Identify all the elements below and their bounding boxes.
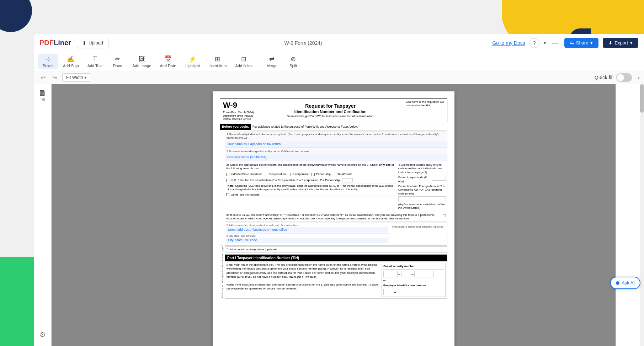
cb-s-corp-box[interactable] bbox=[288, 173, 291, 176]
w9-line1: 1 Name of entity/individual. An entry is… bbox=[225, 132, 447, 148]
split-tool[interactable]: ⊘ Split bbox=[283, 54, 303, 69]
highlight-icon: ⚡ bbox=[188, 55, 196, 63]
w9-line1-input[interactable]: Your name as it appears on tax return bbox=[225, 141, 447, 148]
secondary-toolbar-arrow[interactable]: › bbox=[638, 74, 640, 81]
cb-partnership-label: Partnership bbox=[316, 172, 331, 176]
highlight-tool[interactable]: ⚡ Highlight bbox=[181, 54, 203, 69]
add-fields-tool[interactable]: ⊟ Add fields bbox=[232, 54, 256, 69]
w9-requesters-input[interactable] bbox=[391, 230, 446, 244]
add-text-tool[interactable]: T Add Text bbox=[84, 54, 106, 69]
help-button[interactable]: ? bbox=[529, 38, 539, 48]
w9-3a-checkboxes: Individual/sole proprietor C corporation… bbox=[226, 172, 396, 177]
insert-item-tool[interactable]: ⊞ Insert item bbox=[205, 54, 230, 69]
add-image-tool[interactable]: 🖼 Add Image bbox=[129, 54, 155, 69]
other-input[interactable] bbox=[262, 193, 396, 197]
goto-docs-button[interactable]: Go to my Docs bbox=[492, 40, 525, 46]
header-right: Go to my Docs ? ▾ — ⇆ Share ▾ ⬇ Export ▾ bbox=[492, 38, 638, 48]
ein-box-1[interactable] bbox=[383, 289, 393, 295]
cb-trust-label: Trust/estate bbox=[337, 172, 352, 176]
w9-section-4-right: 4 Exemptions (codes apply only to certai… bbox=[397, 162, 447, 211]
document-viewer[interactable]: W-9 Form (Rev. March 2024) Department of… bbox=[52, 84, 616, 346]
ssn-box-1[interactable] bbox=[383, 271, 398, 277]
split-icon: ⊘ bbox=[291, 55, 296, 63]
w9-line7: 7 List account number(s) here (optional) bbox=[225, 246, 447, 253]
pdf-page: W-9 Form (Rev. March 2024) Department of… bbox=[213, 91, 454, 346]
ssn-box-2[interactable] bbox=[401, 271, 411, 277]
w9-section-3a-4: 3a Check the appropriate box for federal… bbox=[225, 162, 447, 211]
add-fields-label: Add fields bbox=[235, 64, 252, 68]
insert-item-icon: ⊞ bbox=[215, 55, 220, 63]
export-button[interactable]: ⬇ Export ▾ bbox=[603, 38, 638, 48]
undo-button[interactable]: ↩ bbox=[38, 73, 48, 82]
w9-address-left: 5 Address (number, street, and apt. or s… bbox=[225, 223, 390, 245]
fatca-input[interactable] bbox=[398, 196, 446, 201]
w9-line5-label: 5 Address (number, street, and apt. or s… bbox=[227, 224, 388, 227]
dropdown-arrow-icon[interactable]: ▾ bbox=[544, 41, 546, 46]
ssn-box-3[interactable] bbox=[414, 271, 434, 277]
cb-individual-label: Individual/sole proprietor bbox=[231, 172, 262, 176]
cb-llc-label: LLC. Enter the tax classification (C = C… bbox=[231, 179, 341, 182]
upload-button[interactable]: ⬆ Upload bbox=[77, 38, 108, 48]
redo-button[interactable]: ↪ bbox=[49, 73, 59, 82]
settings-button[interactable]: ⚙ bbox=[37, 328, 49, 342]
share-icon: ⇆ bbox=[570, 40, 574, 46]
cb-3b-box[interactable] bbox=[443, 214, 446, 217]
header: PDFLiner ⬆ Upload W-9 Form (2024) Go to … bbox=[34, 34, 644, 52]
right-panel: Ask AI bbox=[616, 84, 644, 346]
export-chevron-icon: ▾ bbox=[630, 40, 633, 46]
cb-llc-box[interactable] bbox=[226, 179, 229, 182]
upload-label: Upload bbox=[89, 40, 103, 46]
quick-fill-toggle[interactable] bbox=[616, 73, 632, 82]
exempt-payee-input[interactable] bbox=[432, 176, 446, 181]
highlight-label: Highlight bbox=[185, 64, 200, 68]
w9-line6-input[interactable]: City, State, ZIP code bbox=[227, 238, 388, 243]
page-thumbnail[interactable]: 🗎 1/6 bbox=[39, 89, 47, 102]
w9-line5-input[interactable]: Street address of business or home offic… bbox=[227, 227, 388, 233]
llc-classification-input[interactable] bbox=[342, 178, 353, 182]
cb-other-box[interactable] bbox=[226, 193, 229, 196]
add-text-label: Add Text bbox=[87, 64, 103, 68]
ssn-dash-1: – bbox=[398, 272, 400, 276]
page-count: 1/6 bbox=[40, 98, 45, 102]
ask-ai-button[interactable]: Ask AI bbox=[610, 277, 640, 289]
w9-requester-box: Requester's name and address (optional) bbox=[390, 223, 447, 245]
upload-icon: ⬆ bbox=[82, 40, 86, 46]
add-fields-icon: ⊟ bbox=[241, 55, 246, 63]
w9-line1-label: 1 Name of entity/individual. An entry is… bbox=[225, 132, 447, 141]
select-icon: ⊹ bbox=[46, 55, 51, 63]
merge-tool[interactable]: ⇌ Merge bbox=[262, 54, 282, 69]
app-container: PDFLiner ⬆ Upload W-9 Form (2024) Go to … bbox=[34, 34, 644, 346]
add-sign-tool[interactable]: ✍ Add Sign bbox=[59, 54, 83, 69]
w9-form-label: W-9 Form (Rev. March 2024) Department of… bbox=[220, 99, 257, 122]
document-icon: 🗎 bbox=[39, 89, 47, 98]
minimize-button[interactable]: — bbox=[550, 38, 560, 48]
cb-trust-box[interactable] bbox=[333, 173, 336, 176]
ask-ai-dot-icon bbox=[616, 281, 619, 285]
toolbar: ⊹ Select ✍ Add Sign T Add Text ✏ Draw 🖼 … bbox=[34, 52, 644, 71]
w9-part1-header: Part I Taxpayer Identification Number (T… bbox=[225, 255, 447, 261]
quick-fill-label: Quick fill bbox=[595, 75, 613, 80]
insert-item-label: Insert item bbox=[208, 64, 227, 68]
fit-width-button[interactable]: Fit Width ▾ bbox=[62, 73, 90, 82]
w9-requesters-label: Requester's name and address (optional) bbox=[391, 224, 446, 230]
w9-line2-input[interactable]: Business name (if different) bbox=[225, 154, 447, 161]
fit-width-chevron-icon: ▾ bbox=[84, 75, 86, 80]
cb-individual-box[interactable] bbox=[226, 173, 229, 176]
w9-part1-body: Enter your TIN in the appropriate box. T… bbox=[225, 261, 447, 298]
select-tool[interactable]: ⊹ Select bbox=[38, 54, 58, 69]
ein-box-2[interactable] bbox=[397, 289, 425, 295]
add-date-tool[interactable]: 📅 Add Date bbox=[156, 54, 180, 69]
share-button[interactable]: ⇆ Share ▾ bbox=[564, 38, 599, 48]
logo-pdf: PDF bbox=[39, 39, 54, 47]
exempt-payee-label: Exempt payee code (if any) bbox=[398, 176, 430, 183]
scrollbar-thumb[interactable] bbox=[640, 84, 644, 113]
bg-decoration-top-left bbox=[0, 0, 32, 32]
before-begin-text: For guidance related to the purpose of F… bbox=[251, 124, 447, 131]
cb-c-corp-box[interactable] bbox=[264, 173, 267, 176]
draw-tool[interactable]: ✏ Draw bbox=[107, 54, 127, 69]
llc-note: Note: Check the "LLC" box above and, in … bbox=[226, 183, 396, 192]
cb-partnership-box[interactable] bbox=[312, 173, 315, 176]
left-sidebar: 🗎 1/6 ⚙ bbox=[34, 84, 52, 346]
exempt-payee-row: Exempt payee code (if any) bbox=[398, 176, 446, 183]
logo-liner: Liner bbox=[54, 39, 71, 47]
